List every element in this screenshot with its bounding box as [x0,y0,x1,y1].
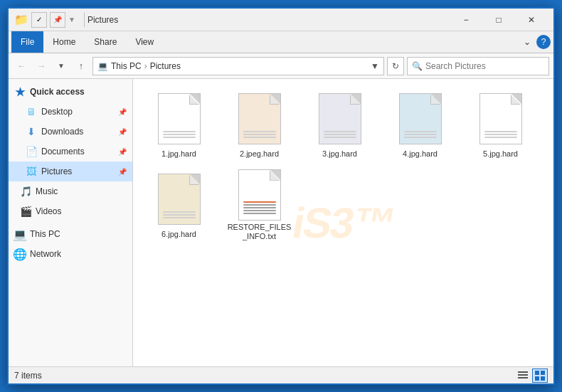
list-view-icon [518,371,528,381]
quick-access-btn-1[interactable]: ✓ [31,12,47,28]
tab-share[interactable]: Share [85,31,126,53]
title-folder-icon: 📁 [14,13,28,26]
search-box[interactable]: 🔍 [407,57,549,75]
ribbon-tabs: File Home Share View ⌄ ? [9,31,553,53]
file-lines-7 [243,201,276,214]
file-icon-container-1 [154,91,205,147]
quick-access-label: Quick access [30,87,85,97]
sidebar-item-documents[interactable]: 📄 Documents 📌 [9,142,132,161]
address-path[interactable]: 💻 This PC › Pictures ▼ [92,57,384,75]
file-area: iS3™ 1.jpg.hard [133,79,553,366]
pin-icon: 📌 [53,16,62,23]
thispc-label: This PC [30,229,60,239]
tab-file[interactable]: File [11,31,43,53]
tab-view[interactable]: View [126,31,163,53]
close-button[interactable]: ✕ [515,9,548,31]
sidebar-item-pictures[interactable]: 🖼 Pictures 📌 [9,161,132,181]
file-lines-1 [163,131,196,138]
desktop-icon: 🖥 [26,106,37,117]
sidebar-item-music[interactable]: 🎵 Music [9,181,132,201]
expand-ribbon-icon[interactable]: ⌄ [524,37,531,47]
file-line [484,134,517,135]
maximize-button[interactable]: □ [482,9,515,31]
main-content: ★ Quick access 🖥 Desktop 📌 ⬇ Downloads 📌… [9,79,553,366]
pin-pictures-icon: 📌 [118,168,127,176]
search-input[interactable] [425,61,544,71]
file-label-4: 4.jpg.hard [403,149,438,159]
file-line [484,131,517,132]
file-line [243,207,276,208]
file-item-3[interactable]: 3.jpg.hard [302,88,377,162]
sidebar-item-thispc[interactable]: 💻 This PC [9,224,132,244]
window-title: Pictures [88,15,450,25]
file-icon-6 [158,174,201,225]
file-icon-container-6 [154,171,205,228]
file-lines-3 [324,131,356,138]
file-line [243,134,276,135]
file-label-5: 5.jpg.hard [483,149,518,159]
music-icon: 🎵 [20,186,31,197]
sidebar-item-downloads[interactable]: ⬇ Downloads 📌 [9,122,132,142]
file-line [324,134,356,135]
svg-rect-3 [535,371,539,375]
up-button[interactable]: ↑ [73,58,90,75]
path-dropdown-icon[interactable]: ▼ [371,61,379,71]
star-icon: ★ [14,86,26,97]
quick-access-btn-2[interactable]: 📌 [50,12,65,28]
title-separator [84,13,85,27]
file-icon-container-2 [234,91,285,147]
file-line [324,137,356,138]
file-line [243,213,276,214]
search-icon: 🔍 [412,61,423,71]
quick-access-toolbar: 📁 ✓ 📌 ▼ [14,12,75,28]
item-count: 7 items [14,371,42,381]
recent-locations-button[interactable]: ▼ [53,58,70,75]
list-view-button[interactable] [515,369,531,383]
file-label-3: 3.jpg.hard [322,149,357,159]
documents-icon: 📄 [26,146,37,157]
tab-home[interactable]: Home [43,31,85,53]
file-item-4[interactable]: 4.jpg.hard [383,88,457,162]
sidebar-item-videos[interactable]: 🎬 Videos [9,201,132,221]
file-label-7: RESTORE_FILES_INFO.txt [226,223,293,241]
pictures-label: Pictures [41,166,72,176]
forward-button[interactable]: → [33,58,50,75]
sidebar-item-desktop[interactable]: 🖥 Desktop 📌 [9,102,132,122]
path-pictures[interactable]: Pictures [150,61,181,71]
path-thispc[interactable]: This PC [111,61,142,71]
svg-rect-4 [541,371,545,375]
file-item-6[interactable]: 6.jpg.hard [142,168,216,243]
file-lines-2 [243,131,276,138]
back-button[interactable]: ← [13,58,30,75]
file-icon-1 [158,93,201,144]
file-line [163,217,196,218]
file-icon-5 [479,93,522,144]
file-line [243,210,276,211]
file-item-1[interactable]: 1.jpg.hard [142,88,216,162]
svg-rect-5 [535,376,539,381]
music-label: Music [36,186,58,196]
thumbnail-view-button[interactable] [532,369,548,383]
checkmark-icon: ✓ [36,16,42,23]
pin-desktop-icon: 📌 [118,108,127,116]
minimize-button[interactable]: − [450,9,482,31]
pin-downloads-icon: 📌 [118,128,127,136]
file-item-7[interactable]: RESTORE_FILES_INFO.txt [222,168,297,243]
file-item-5[interactable]: 5.jpg.hard [463,88,538,162]
help-icon[interactable]: ? [536,35,551,49]
thispc-icon: 💻 [14,228,26,240]
file-line [243,137,276,138]
sidebar-item-quick-access[interactable]: ★ Quick access [9,82,132,102]
file-line [163,211,196,213]
title-bar-separator-icon: ▼ [68,16,75,23]
file-icon-container-3 [314,91,366,147]
status-bar: 7 items [9,366,553,383]
pin-documents-icon: 📌 [118,148,127,156]
file-item-2[interactable]: 2.jpeg.hard [222,88,297,162]
file-icon-4 [399,93,442,144]
ribbon-chevron: ⌄ ? [524,35,551,49]
file-icon-container-4 [395,91,446,147]
files-grid: 1.jpg.hard 2.jpeg.hard [142,88,545,243]
refresh-button[interactable]: ↻ [387,57,404,75]
sidebar-item-network[interactable]: 🌐 Network [9,244,132,264]
